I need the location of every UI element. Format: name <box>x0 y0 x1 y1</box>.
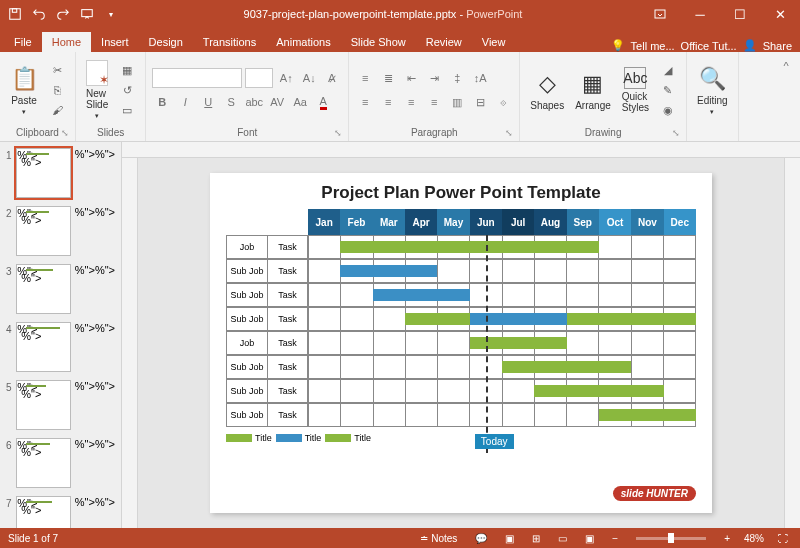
shapes-button[interactable]: ◇Shapes <box>526 68 568 113</box>
normal-view-icon[interactable]: ▣ <box>501 533 518 544</box>
gantt-row: Sub JobTask <box>226 259 696 283</box>
styles-icon: Abc <box>624 67 646 89</box>
tab-review[interactable]: Review <box>416 32 472 52</box>
arrange-button[interactable]: ▦Arrange <box>571 68 615 113</box>
reading-view-icon[interactable]: ▭ <box>554 533 571 544</box>
font-color-icon[interactable]: A <box>313 92 333 112</box>
office-link[interactable]: Office Tut... <box>681 40 737 52</box>
share-button[interactable]: Share <box>763 40 792 52</box>
numbering-icon[interactable]: ≣ <box>378 68 398 88</box>
zoom-in-button[interactable]: + <box>720 533 734 544</box>
tab-insert[interactable]: Insert <box>91 32 139 52</box>
slide-thumbnail[interactable]: %">%"> <box>16 438 71 488</box>
launcher-icon[interactable]: ⤡ <box>505 128 513 138</box>
launcher-icon[interactable]: ⤡ <box>61 128 69 138</box>
slide-canvas[interactable]: Project Plan Power Point Template JanFeb… <box>138 158 784 528</box>
italic-icon[interactable]: I <box>175 92 195 112</box>
slide-thumbnail[interactable]: %">%"> <box>16 496 71 528</box>
align-left-icon[interactable]: ≡ <box>355 92 375 112</box>
legend-item: Title <box>276 433 322 443</box>
quick-styles-button[interactable]: AbcQuick Styles <box>618 65 653 115</box>
workspace: 1%">%">%">%">2%">%">%">%">3%">%">%">%">4… <box>0 142 800 528</box>
case-icon[interactable]: Aa <box>290 92 310 112</box>
slideshow-view-icon[interactable]: ▣ <box>581 533 598 544</box>
gantt-bar <box>567 313 696 325</box>
ribbon-options-icon[interactable] <box>640 0 680 28</box>
line-spacing-icon[interactable]: ‡ <box>447 68 467 88</box>
group-label-slides: Slides <box>82 126 139 139</box>
shrink-font-icon[interactable]: A↓ <box>299 68 319 88</box>
redo-icon[interactable] <box>52 3 74 25</box>
tell-me-icon[interactable]: 💡 <box>611 39 625 52</box>
notes-button[interactable]: ≐ Notes <box>416 533 461 544</box>
undo-icon[interactable] <box>28 3 50 25</box>
text-direction-icon[interactable]: ↕A <box>470 68 490 88</box>
launcher-icon[interactable]: ⤡ <box>334 128 342 138</box>
bullets-icon[interactable]: ≡ <box>355 68 375 88</box>
align-text-icon[interactable]: ⊟ <box>470 92 490 112</box>
tab-view[interactable]: View <box>472 32 516 52</box>
tell-me[interactable]: Tell me... <box>631 40 675 52</box>
editing-button[interactable]: 🔍Editing▾ <box>693 63 732 118</box>
new-slide-button[interactable]: ✶New Slide▾ <box>82 58 112 122</box>
shape-fill-icon[interactable]: ◢ <box>658 61 678 79</box>
align-center-icon[interactable]: ≡ <box>378 92 398 112</box>
close-button[interactable]: ✕ <box>760 0 800 28</box>
qat-dropdown-icon[interactable]: ▾ <box>100 3 122 25</box>
vertical-scrollbar[interactable] <box>784 158 800 528</box>
shape-effects-icon[interactable]: ◉ <box>658 101 678 119</box>
slide[interactable]: Project Plan Power Point Template JanFeb… <box>210 173 712 513</box>
comments-icon[interactable]: 💬 <box>471 533 491 544</box>
strike-icon[interactable]: S <box>221 92 241 112</box>
tab-slideshow[interactable]: Slide Show <box>341 32 416 52</box>
collapse-ribbon-icon[interactable]: ^ <box>776 56 796 76</box>
maximize-button[interactable]: ☐ <box>720 0 760 28</box>
cut-icon[interactable]: ✂ <box>47 61 67 79</box>
format-painter-icon[interactable]: 🖌 <box>47 101 67 119</box>
copy-icon[interactable]: ⎘ <box>47 81 67 99</box>
save-icon[interactable] <box>4 3 26 25</box>
start-slideshow-icon[interactable] <box>76 3 98 25</box>
slide-thumbnail[interactable]: %">%"> <box>16 322 71 372</box>
tab-file[interactable]: File <box>4 32 42 52</box>
indent-dec-icon[interactable]: ⇤ <box>401 68 421 88</box>
clear-format-icon[interactable]: A̷ <box>322 68 342 88</box>
underline-icon[interactable]: U <box>198 92 218 112</box>
justify-icon[interactable]: ≡ <box>424 92 444 112</box>
smartart-icon[interactable]: ⟐ <box>493 92 513 112</box>
section-icon[interactable]: ▭ <box>117 101 137 119</box>
minimize-button[interactable]: ─ <box>680 0 720 28</box>
gantt-cells <box>308 355 696 379</box>
layout-icon[interactable]: ▦ <box>117 61 137 79</box>
shape-outline-icon[interactable]: ✎ <box>658 81 678 99</box>
spacing-icon[interactable]: AV <box>267 92 287 112</box>
reset-icon[interactable]: ↺ <box>117 81 137 99</box>
tab-home[interactable]: Home <box>42 32 91 52</box>
zoom-slider[interactable] <box>636 537 706 540</box>
indent-inc-icon[interactable]: ⇥ <box>424 68 444 88</box>
paste-button[interactable]: 📋Paste▾ <box>6 63 42 118</box>
slide-thumbnail[interactable]: %">%"> <box>16 380 71 430</box>
tab-animations[interactable]: Animations <box>266 32 340 52</box>
bold-icon[interactable]: B <box>152 92 172 112</box>
slide-thumbnail[interactable]: %">%"> <box>16 148 71 198</box>
grow-font-icon[interactable]: A↑ <box>276 68 296 88</box>
slide-thumbnails[interactable]: 1%">%">%">%">2%">%">%">%">3%">%">%">%">4… <box>0 142 122 528</box>
shadow-icon[interactable]: abc <box>244 92 264 112</box>
zoom-level[interactable]: 48% <box>744 533 764 544</box>
sorter-view-icon[interactable]: ⊞ <box>528 533 544 544</box>
columns-icon[interactable]: ▥ <box>447 92 467 112</box>
tab-transitions[interactable]: Transitions <box>193 32 266 52</box>
gantt-row: Sub JobTask <box>226 379 696 403</box>
launcher-icon[interactable]: ⤡ <box>672 128 680 138</box>
zoom-out-button[interactable]: − <box>608 533 622 544</box>
slide-thumbnail[interactable]: %">%"> <box>16 206 71 256</box>
font-family-combo[interactable] <box>152 68 242 88</box>
font-size-combo[interactable] <box>245 68 273 88</box>
slide-thumbnail[interactable]: %">%"> <box>16 264 71 314</box>
tab-design[interactable]: Design <box>139 32 193 52</box>
fit-window-icon[interactable]: ⛶ <box>774 533 792 544</box>
align-right-icon[interactable]: ≡ <box>401 92 421 112</box>
thumb-number: 5 <box>6 380 12 430</box>
gantt-row: Sub JobTask <box>226 283 696 307</box>
